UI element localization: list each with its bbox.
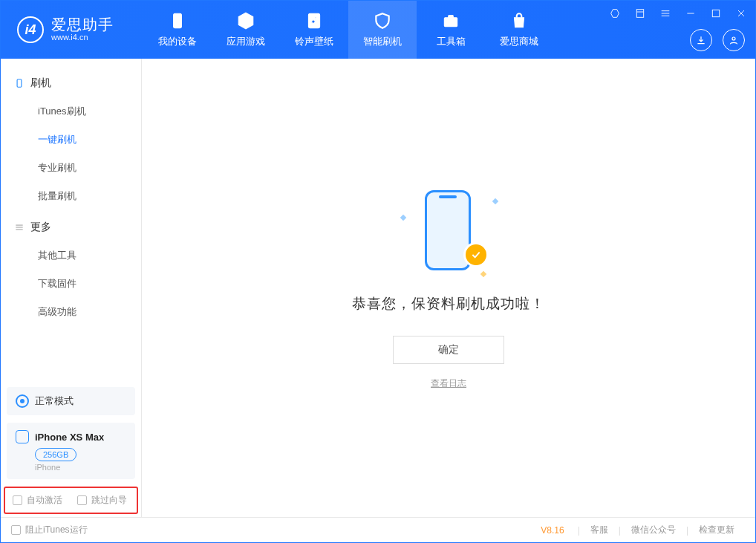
tab-label: 我的设备	[158, 35, 197, 48]
device-capacity: 256GB	[35, 448, 76, 461]
music-file-icon	[304, 11, 324, 30]
app-window: i4 爱思助手 www.i4.cn 我的设备 应用游戏 铃声壁纸 智能刷机	[0, 0, 756, 543]
checkbox-auto-activate[interactable]: 自动激活	[13, 494, 62, 507]
theme-icon[interactable]	[607, 5, 623, 22]
phone-icon	[168, 11, 187, 30]
device-type: iPhone	[35, 463, 126, 472]
app-title: 爱思助手	[51, 16, 114, 33]
titlebar: i4 爱思助手 www.i4.cn 我的设备 应用游戏 铃声壁纸 智能刷机	[1, 1, 755, 59]
minimize-button[interactable]	[682, 5, 699, 22]
tab-smart-flash[interactable]: 智能刷机	[348, 1, 417, 59]
logo-icon: i4	[17, 16, 44, 43]
nav-other-tools[interactable]: 其他工具	[1, 241, 141, 270]
version-label: V8.16	[541, 525, 564, 536]
sidebar: 刷机 iTunes刷机 一键刷机 专业刷机 批量刷机 更多 其他工具 下载固件 …	[1, 59, 142, 517]
svg-rect-0	[174, 13, 182, 28]
list-icon	[14, 222, 25, 233]
svg-rect-4	[636, 10, 643, 18]
nav-batch-flash[interactable]: 批量刷机	[1, 182, 141, 210]
shield-refresh-icon	[373, 11, 392, 30]
wechat-link[interactable]: 微信公众号	[621, 524, 686, 536]
device-icon	[16, 430, 29, 443]
device-mode-box[interactable]: 正常模式	[7, 387, 135, 415]
tab-label: 铃声壁纸	[295, 35, 333, 48]
support-link[interactable]: 客服	[580, 524, 619, 536]
notes-icon[interactable]	[632, 5, 648, 22]
nav-onekey-flash[interactable]: 一键刷机	[1, 126, 141, 154]
checkbox-icon	[77, 495, 87, 505]
section-label: 刷机	[30, 77, 51, 90]
cube-icon	[236, 11, 255, 30]
account-button[interactable]	[723, 29, 745, 51]
device-name: iPhone XS Max	[35, 432, 104, 443]
tab-store[interactable]: 爱思商城	[485, 1, 553, 59]
options-row: 自动激活 跳过向导	[4, 487, 138, 514]
svg-rect-14	[17, 79, 22, 88]
check-update-link[interactable]: 检查更新	[688, 524, 745, 536]
check-badge-icon	[463, 242, 489, 267]
nav-firmware[interactable]: 下载固件	[1, 270, 141, 298]
download-button[interactable]	[690, 29, 712, 51]
section-flash: 刷机	[1, 69, 141, 97]
nav-itunes-flash[interactable]: iTunes刷机	[1, 97, 141, 126]
header-tabs: 我的设备 应用游戏 铃声壁纸 智能刷机 工具箱 爱思商城	[143, 1, 553, 59]
checkbox-icon	[13, 495, 22, 505]
tab-my-device[interactable]: 我的设备	[143, 1, 212, 59]
nav-pro-flash[interactable]: 专业刷机	[1, 154, 141, 182]
svg-rect-3	[449, 15, 454, 18]
tab-label: 爱思商城	[500, 35, 538, 48]
success-illustration	[404, 186, 493, 275]
checkbox-label: 阻止iTunes运行	[25, 524, 88, 536]
device-info-box[interactable]: iPhone XS Max 256GB iPhone	[7, 423, 135, 479]
header-right-icons	[690, 29, 745, 51]
ok-button[interactable]: 确定	[393, 336, 504, 364]
footer: 阻止iTunes运行 V8.16 | 客服 | 微信公众号 | 检查更新	[1, 517, 755, 542]
phone-small-icon	[14, 78, 25, 88]
tab-label: 应用游戏	[227, 35, 265, 48]
section-label: 更多	[30, 221, 51, 234]
tab-ringtones[interactable]: 铃声壁纸	[280, 1, 348, 59]
nav-advanced[interactable]: 高级功能	[1, 298, 141, 326]
menu-icon[interactable]	[657, 5, 674, 22]
sidebar-nav: 刷机 iTunes刷机 一键刷机 专业刷机 批量刷机 更多 其他工具 下载固件 …	[1, 59, 141, 387]
svg-rect-2	[444, 18, 457, 27]
checkbox-skip-guide[interactable]: 跳过向导	[77, 494, 127, 507]
tab-label: 智能刷机	[363, 35, 402, 48]
body: 刷机 iTunes刷机 一键刷机 专业刷机 批量刷机 更多 其他工具 下载固件 …	[1, 59, 755, 517]
checkbox-block-itunes[interactable]: 阻止iTunes运行	[11, 524, 88, 536]
device-area: 正常模式 iPhone XS Max 256GB iPhone	[1, 387, 141, 484]
main-panel: 恭喜您，保资料刷机成功啦！ 确定 查看日志	[142, 59, 755, 517]
maximize-button[interactable]	[708, 5, 724, 22]
view-log-link[interactable]: 查看日志	[431, 377, 466, 390]
svg-rect-10	[712, 10, 719, 16]
section-more: 更多	[1, 213, 141, 241]
bag-icon	[509, 11, 529, 30]
app-subtitle: www.i4.cn	[51, 33, 114, 42]
logo-block: i4 爱思助手 www.i4.cn	[1, 16, 143, 43]
tab-label: 工具箱	[437, 35, 466, 48]
checkbox-label: 自动激活	[27, 494, 62, 507]
close-button[interactable]	[733, 5, 749, 22]
window-controls	[607, 5, 749, 22]
svg-point-13	[732, 37, 735, 40]
tab-apps[interactable]: 应用游戏	[212, 1, 280, 59]
briefcase-icon	[441, 11, 460, 30]
checkbox-icon	[11, 525, 21, 535]
checkbox-label: 跳过向导	[91, 494, 127, 507]
status-dot-icon	[16, 394, 29, 408]
success-headline: 恭喜您，保资料刷机成功啦！	[352, 294, 545, 313]
tab-toolbox[interactable]: 工具箱	[417, 1, 485, 59]
device-mode-label: 正常模式	[35, 394, 74, 408]
